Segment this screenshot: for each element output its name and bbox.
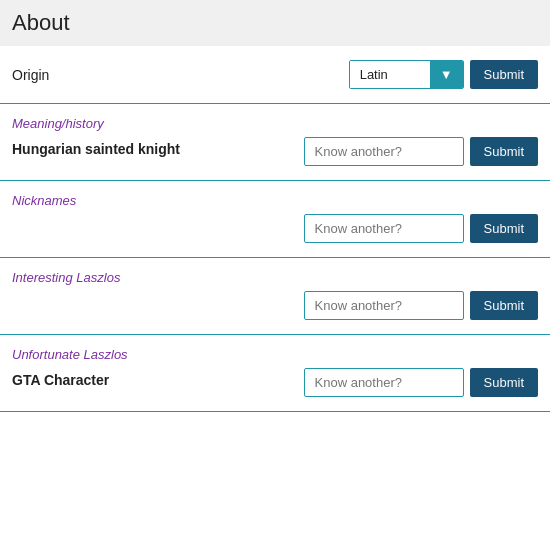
meaning-rest: sainted knight: [81, 141, 180, 157]
meaning-section: Meaning/history Hungarian sainted knight…: [0, 104, 550, 181]
nicknames-section: Nicknames Submit: [0, 181, 550, 258]
interesting-label: Interesting Laszlos: [12, 270, 538, 285]
meaning-controls: Submit: [304, 137, 538, 166]
page-header: About: [0, 0, 550, 46]
meaning-row: Hungarian sainted knight Submit: [12, 137, 538, 166]
origin-label: Origin: [12, 67, 49, 83]
origin-row: Origin Latin ▼ Submit: [12, 60, 538, 89]
meaning-content: Hungarian sainted knight: [12, 141, 180, 157]
page-title: About: [12, 10, 538, 36]
nicknames-input[interactable]: [304, 214, 464, 243]
chevron-down-icon[interactable]: ▼: [430, 61, 463, 88]
dropdown-value: Latin: [350, 61, 430, 88]
unfortunate-section: Unfortunate Laszlos GTA Character Submit: [0, 335, 550, 412]
origin-dropdown[interactable]: Latin ▼: [349, 60, 464, 89]
origin-controls: Latin ▼ Submit: [349, 60, 538, 89]
unfortunate-input[interactable]: [304, 368, 464, 397]
unfortunate-controls: Submit: [304, 368, 538, 397]
meaning-label: Meaning/history: [12, 116, 538, 131]
interesting-input[interactable]: [304, 291, 464, 320]
nicknames-submit-button[interactable]: Submit: [470, 214, 538, 243]
origin-submit-button[interactable]: Submit: [470, 60, 538, 89]
unfortunate-row: GTA Character Submit: [12, 368, 538, 397]
meaning-input[interactable]: [304, 137, 464, 166]
nicknames-row: Submit: [12, 214, 538, 243]
unfortunate-label: Unfortunate Laszlos: [12, 347, 538, 362]
unfortunate-submit-button[interactable]: Submit: [470, 368, 538, 397]
interesting-submit-button[interactable]: Submit: [470, 291, 538, 320]
interesting-section: Interesting Laszlos Submit: [0, 258, 550, 335]
meaning-bold: Hungarian: [12, 141, 81, 157]
nicknames-label: Nicknames: [12, 193, 538, 208]
interesting-controls: Submit: [304, 291, 538, 320]
origin-section: Origin Latin ▼ Submit: [0, 46, 550, 104]
meaning-submit-button[interactable]: Submit: [470, 137, 538, 166]
nicknames-controls: Submit: [304, 214, 538, 243]
unfortunate-content: GTA Character: [12, 372, 109, 388]
interesting-row: Submit: [12, 291, 538, 320]
